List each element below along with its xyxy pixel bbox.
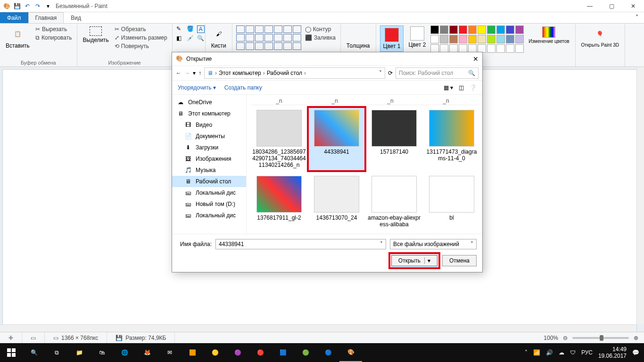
new-folder-button[interactable]: Создать папку — [224, 84, 262, 91]
open-button[interactable]: Открыть ▾ — [391, 255, 438, 266]
tray-network-icon[interactable]: 📶 — [533, 349, 540, 356]
color-swatch[interactable] — [506, 35, 514, 43]
nav-up-button[interactable] — [198, 70, 201, 76]
color-swatch[interactable] — [430, 35, 439, 43]
taskbar-chrome-icon[interactable]: 🟡 — [204, 343, 226, 362]
color-swatch[interactable] — [449, 25, 458, 34]
vertical-scrollbar[interactable] — [636, 67, 644, 324]
breadcrumb-seg-0[interactable]: Этот компьютер — [219, 70, 261, 76]
taskbar-edge-icon[interactable]: 🌐 — [113, 343, 136, 362]
filename-input[interactable]: 44338941 ˅ — [215, 239, 386, 249]
search-input[interactable]: Поиск: Рабочий стол 🔍 — [396, 67, 479, 79]
filetype-filter[interactable]: Все файлы изображений ˅ — [390, 239, 477, 249]
color-swatch[interactable] — [487, 44, 495, 53]
tray-overflow-icon[interactable]: ˄ — [525, 349, 528, 356]
tray-notifications-icon[interactable]: 💬 — [632, 349, 639, 356]
save-icon[interactable]: 💾 — [13, 2, 21, 10]
start-button[interactable] — [0, 343, 23, 362]
sidebar-item[interactable]: 🖥Рабочий стол — [172, 176, 246, 187]
taskbar-paint-icon[interactable]: 🎨 — [339, 343, 362, 362]
brushes-button[interactable]: 🖌 Кисти — [209, 25, 228, 50]
color-swatch[interactable] — [459, 35, 467, 43]
color-swatch[interactable] — [468, 25, 477, 34]
sidebar-item[interactable]: 🎵Музыка — [172, 165, 246, 176]
color-swatch[interactable] — [449, 35, 458, 43]
color-swatch[interactable] — [487, 35, 495, 43]
file-tile[interactable]: 157187140 — [366, 108, 422, 170]
open-paint3d-button[interactable]: 🎈 Открыть Paint 3D — [579, 25, 621, 49]
pencil-icon[interactable]: ✎ — [176, 25, 185, 33]
color-swatch[interactable] — [506, 25, 514, 34]
open-split-caret[interactable]: ▾ — [424, 257, 430, 264]
tray-language[interactable]: РУС — [581, 349, 593, 356]
taskbar-search-icon[interactable]: 🔍 — [23, 343, 45, 362]
color1-button[interactable]: Цвет 1 — [380, 25, 404, 52]
nav-history-button[interactable]: ▾ — [193, 70, 196, 76]
filename-dropdown-icon[interactable]: ˅ — [380, 241, 383, 247]
sidebar-item[interactable]: 🖴Новый том (D:) — [172, 198, 246, 210]
file-tile[interactable]: amazon-ebay-aliexpress-alibaba — [366, 174, 422, 230]
qat-more-icon[interactable]: ▾ — [44, 2, 52, 10]
outline-button[interactable]: ◯Контур — [304, 25, 337, 33]
taskbar-opera-icon[interactable]: 🔴 — [249, 343, 272, 362]
zoom-slider[interactable] — [572, 337, 629, 339]
picker-icon[interactable]: 💉 — [187, 35, 195, 41]
minimize-button[interactable]: — — [579, 0, 601, 12]
maximize-button[interactable]: ▢ — [601, 0, 622, 12]
tab-view[interactable]: Вид — [64, 12, 88, 23]
taskbar-app-icon[interactable]: 🟧 — [181, 343, 204, 362]
text-icon[interactable]: A — [197, 25, 205, 33]
tab-home[interactable]: Главная — [28, 12, 64, 23]
copy-button[interactable]: ⧉Копировать — [34, 34, 73, 41]
breadcrumb-seg-1[interactable]: Рабочий стол — [267, 70, 302, 76]
horizontal-scrollbar[interactable] — [0, 324, 636, 332]
color-swatch[interactable] — [515, 25, 524, 34]
organize-button[interactable]: Упорядочить ▾ — [178, 84, 216, 91]
shape-gallery[interactable] — [236, 25, 301, 50]
rotate-button[interactable]: ⟲Повернуть — [114, 42, 168, 50]
ribbon-collapse-icon[interactable]: ˄ — [630, 12, 644, 23]
sidebar-item[interactable]: 🖼Изображения — [172, 153, 246, 165]
color2-button[interactable]: Цвет 2 — [406, 25, 428, 49]
select-button[interactable]: Выделить — [81, 25, 111, 44]
color-swatch[interactable] — [459, 25, 467, 34]
taskbar-mail-icon[interactable]: ✉ — [158, 343, 181, 362]
tray-volume-icon[interactable]: 🔊 — [546, 349, 553, 356]
breadcrumb-dropdown[interactable]: ˅ — [379, 70, 382, 76]
tray-defender-icon[interactable]: 🛡 — [570, 349, 576, 356]
color-swatch[interactable] — [440, 35, 448, 43]
sidebar-item[interactable]: 📄Документы — [172, 131, 246, 142]
zoom-out-button[interactable]: ⊖ — [563, 335, 568, 341]
sidebar-item[interactable]: 🖥Этот компьютер — [172, 108, 246, 119]
tray-onedrive-icon[interactable]: ☁ — [559, 349, 564, 356]
tab-file[interactable]: Файл — [0, 12, 28, 23]
file-tile[interactable]: 44338941 — [309, 108, 364, 170]
breadcrumb[interactable]: 🖥 Этот компьютер Рабочий стол ˅ — [204, 67, 385, 79]
sidebar-item[interactable]: 🖴Локальный дис — [172, 210, 246, 221]
eraser-icon[interactable]: ◧ — [176, 35, 185, 41]
file-tile[interactable]: 18034286_1238569742907134_74034464113402… — [251, 108, 307, 170]
sidebar-item[interactable]: 🎞Видео — [172, 119, 246, 131]
color-swatch[interactable] — [487, 25, 495, 34]
sidebar-item[interactable]: ☁OneDrive — [172, 97, 246, 108]
color-swatch[interactable] — [515, 35, 524, 43]
cut-button[interactable]: ✂Вырезать — [34, 25, 73, 33]
thickness-button[interactable]: Толщина — [345, 25, 372, 50]
crop-button[interactable]: ✂Обрезать — [114, 25, 168, 33]
taskbar-explorer-icon[interactable]: 📁 — [68, 343, 91, 362]
task-view-icon[interactable]: ⧉ — [45, 343, 68, 362]
taskbar-app2-icon[interactable]: 🟣 — [226, 343, 249, 362]
color-swatch[interactable] — [478, 25, 486, 34]
zoom-icon[interactable]: 🔍 — [197, 35, 206, 41]
taskbar-skype-icon[interactable]: 🔵 — [317, 343, 339, 362]
resize-button[interactable]: ⤢Изменить размер — [114, 34, 168, 41]
taskbar-firefox-icon[interactable]: 🦊 — [136, 343, 158, 362]
color-swatch[interactable] — [440, 25, 448, 34]
undo-icon[interactable]: ↶ — [24, 2, 31, 10]
edit-colors-button[interactable]: Изменение цветов — [527, 25, 571, 45]
file-tile[interactable]: 1376817911_gl-2 — [251, 174, 307, 230]
cancel-button[interactable]: Отмена — [442, 255, 477, 266]
nav-back-button[interactable] — [176, 70, 182, 76]
color-swatch[interactable] — [468, 35, 477, 43]
file-tile[interactable]: bl — [424, 174, 479, 230]
